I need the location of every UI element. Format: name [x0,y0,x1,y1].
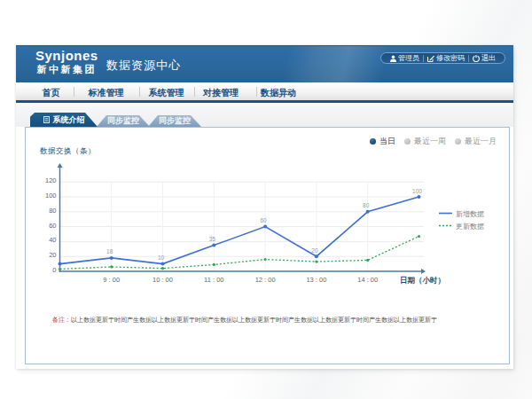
data-point[interactable] [366,259,369,262]
data-point-label: 35 [209,236,216,242]
company-logo: Synjones 新中新集团 [35,49,98,74]
y-tick-label: 20 [49,251,56,259]
data-point-label: 10 [158,254,165,261]
x-axis-arrow [421,269,426,274]
app-header: Synjones 新中新集团 数据资源中心 管理员 修改密码 [16,45,513,82]
tab-system-intro[interactable]: 系统介绍 [30,113,98,127]
line-chart: 0204060801001209 : 0010 : 0011 : 0012 : … [26,128,509,364]
data-point[interactable] [110,265,113,268]
footnote: 备注：以上数据更新于时间产生数据以上数据更新于时间产生数据以上数据更新于时间产生… [52,316,437,324]
y-tick-label: 40 [49,236,56,244]
tab-label: 同步监控 [159,115,191,127]
page-title: 数据资源中心 [106,58,181,74]
data-point[interactable] [110,256,113,260]
footnote-text: 以上数据更新于时间产生数据以上数据更新于时间产生数据以上数据更新于时间产生数据以… [71,317,437,323]
document-icon [43,116,50,123]
nav-separator [256,87,257,97]
data-point[interactable] [59,268,61,270]
y-axis-arrow [58,163,63,168]
y-tick-label: 80 [49,207,56,215]
nav-item-home[interactable]: 首页 [43,87,60,99]
nav-separator [194,87,195,97]
tab-label: 系统介绍 [53,114,85,126]
nav-separator [139,87,140,97]
data-point[interactable] [315,260,317,262]
logo-text: Synjones [35,49,98,62]
user-toolbar: 管理员 修改密码 退出 [380,52,505,64]
data-point[interactable] [315,254,318,258]
data-point-label: 80 [363,202,370,208]
x-tick-label: 11 : 00 [204,276,223,284]
x-tick-label: 13 : 00 [306,276,326,284]
nav-item-interface-management[interactable]: 对接管理 [203,87,239,99]
logo-subtext: 新中新集团 [35,65,98,74]
content-panel: 当日最近一周最近一月 数据交换（条） 0204060801001209 : 00… [25,127,510,364]
user-icon [390,55,396,62]
logout-button[interactable]: 退出 [469,53,499,63]
y-tick-label: 120 [45,176,57,184]
data-point[interactable] [59,262,62,266]
power-icon [473,55,480,62]
change-password-button[interactable]: 修改密码 [424,53,468,63]
logout-label: 退出 [481,53,496,63]
data-point-label: 60 [260,217,267,223]
user-menu[interactable]: 管理员 [387,53,423,63]
user-label: 管理员 [398,53,419,63]
main-nav: 首页标准管理系统管理对接管理数据异动 [16,82,513,103]
data-point[interactable] [212,244,215,247]
legend-label: 更新数据 [456,223,484,231]
data-point[interactable] [213,263,215,266]
nav-separator [74,87,74,97]
app-window: Synjones 新中新集团 数据资源中心 管理员 修改密码 [16,45,513,369]
x-axis-title: 日期（小时） [400,276,445,285]
data-point[interactable] [161,267,164,270]
data-point-label: 100 [412,188,422,194]
edit-icon [427,55,434,62]
y-tick-label: 100 [45,192,57,200]
nav-item-system-management[interactable]: 系统管理 [149,87,184,99]
x-tick-label: 14 : 00 [357,276,378,284]
data-point[interactable] [418,235,420,238]
nav-item-data-change[interactable]: 数据异动 [261,87,296,99]
change-password-label: 修改密码 [436,53,465,63]
data-point[interactable] [264,258,267,261]
tab-label: 同步监控 [107,115,139,127]
data-point-label: 18 [106,248,113,254]
legend-label: 新增数据 [456,210,484,218]
x-tick-label: 12 : 00 [255,276,276,284]
tab-sync-monitor-2[interactable]: 同步监控 [148,115,201,127]
data-point[interactable] [418,195,421,199]
nav-item-standard-management[interactable]: 标准管理 [89,87,124,99]
x-tick-label: 10 : 00 [153,276,173,284]
y-tick-label: 60 [49,222,56,230]
y-tick-label: 0 [52,266,56,274]
data-point[interactable] [161,262,165,266]
data-point[interactable] [263,225,267,229]
tab-strip: 系统介绍同步监控同步监控 [16,103,513,127]
tab-sync-monitor-1[interactable]: 同步监控 [97,115,150,127]
data-point[interactable] [366,210,370,214]
data-point-label: 20 [311,247,318,254]
x-tick-label: 9 : 00 [103,276,120,284]
footnote-label: 备注： [52,317,71,323]
